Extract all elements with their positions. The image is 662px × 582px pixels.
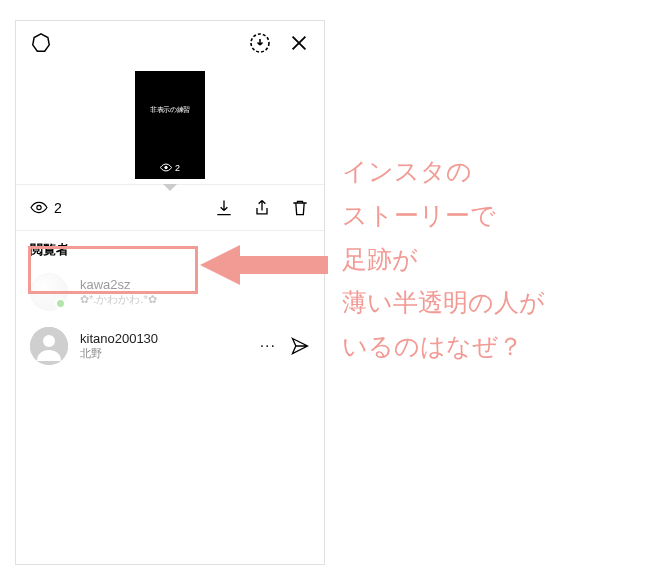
svg-point-2 xyxy=(165,166,168,169)
more-icon[interactable]: ··· xyxy=(260,337,276,355)
story-thumbnail[interactable]: 非表示の練習 2 xyxy=(135,71,205,179)
viewer-username: kitano200130 xyxy=(80,331,248,346)
trash-icon[interactable] xyxy=(290,198,310,218)
annotation-arrow xyxy=(200,241,328,289)
viewer-count-number: 2 xyxy=(54,200,62,216)
send-icon[interactable] xyxy=(290,336,310,356)
eye-icon xyxy=(30,201,48,214)
story-thumbnail-area: 非表示の練習 2 xyxy=(16,65,324,185)
svg-point-5 xyxy=(43,335,55,347)
svg-point-3 xyxy=(37,205,41,209)
download-icon[interactable] xyxy=(214,198,234,218)
share-icon[interactable] xyxy=(252,198,272,218)
thumbnail-pointer xyxy=(163,184,177,191)
svg-marker-0 xyxy=(33,34,50,51)
top-bar xyxy=(16,21,324,65)
svg-marker-6 xyxy=(200,245,328,285)
avatar-placeholder-icon xyxy=(30,327,68,365)
viewer-subtitle: ✿*.かわかわ.*✿ xyxy=(80,292,310,307)
viewer-subtitle: 北野 xyxy=(80,346,248,361)
close-icon[interactable] xyxy=(288,32,310,54)
viewer-row[interactable]: kitano200130 北野 ··· xyxy=(16,319,324,373)
story-thumb-view-count: 2 xyxy=(175,163,180,173)
action-bar: 2 xyxy=(16,185,324,231)
avatar[interactable] xyxy=(30,327,68,365)
annotation-line: ストーリーで xyxy=(342,194,545,238)
viewer-list: kawa2sz ✿*.かわかわ.*✿ kitano200130 北野 ··· xyxy=(16,265,324,564)
phone-frame: 非表示の練習 2 2 xyxy=(15,20,325,565)
settings-icon[interactable] xyxy=(30,32,52,54)
viewer-count[interactable]: 2 xyxy=(30,200,62,216)
annotation-line: いるのはなぜ？ xyxy=(342,325,545,369)
story-caption: 非表示の練習 xyxy=(150,105,190,115)
annotation-line: インスタの xyxy=(342,150,545,194)
eye-icon xyxy=(160,163,172,172)
online-indicator xyxy=(55,298,66,309)
save-icon[interactable] xyxy=(248,31,272,55)
annotation-line: 足跡が xyxy=(342,238,545,282)
annotation-text: インスタの ストーリーで 足跡が 薄い半透明の人が いるのはなぜ？ xyxy=(342,150,545,369)
annotation-line: 薄い半透明の人が xyxy=(342,281,545,325)
avatar[interactable] xyxy=(30,273,68,311)
story-thumb-views: 2 xyxy=(160,163,180,173)
